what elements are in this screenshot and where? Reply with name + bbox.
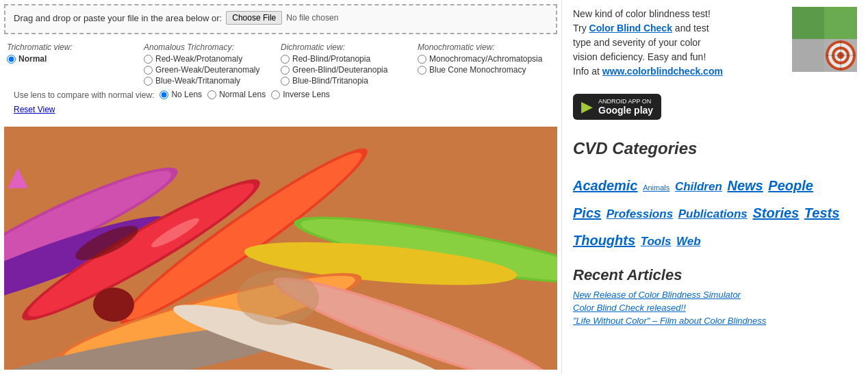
option-blue-blind[interactable]: Blue-Blind/Tritanopia [281,76,418,86]
option-red-weak-label: Red-Weak/Protanomaly [155,54,242,64]
main-image [4,127,557,370]
option-mono-label: Monochromacy/Achromatopsia [429,54,542,64]
svg-rect-24 [792,39,824,72]
upload-area: Drag and drop or paste your file in the … [4,4,557,34]
normal-lens-label: Normal Lens [219,90,266,99]
option-blue-cone-label: Blue Cone Monochromacy [429,65,526,75]
monochromatic-col: Monochromatic view: Monochromacy/Achroma… [418,42,554,87]
cvd-link-animals[interactable]: Animals [643,183,669,192]
cvd-links-container: Academic Animals Children News People Pi… [573,172,857,254]
recent-title: Recent Articles [573,266,857,284]
recent-article-0[interactable]: New Release of Color Blindness Simulator [573,290,857,300]
cvd-link-news[interactable]: News [727,178,763,193]
promo-text-block: New kind of color blindness test! Try Co… [573,7,784,84]
option-green-weak-label: Green-Weak/Deuteranomaly [155,65,260,75]
option-normal-lens[interactable]: Normal Lens [207,90,266,99]
option-mono[interactable]: Monochromacy/Achromatopsia [418,54,554,64]
option-red-blind-label: Red-Blind/Protanopia [292,54,370,64]
option-blue-weak[interactable]: Blue-Weak/Tritanomaly [144,76,281,86]
svg-point-18 [237,270,319,325]
trichromatic-col: Trichromatic view: Normal [7,42,144,87]
color-blind-check-link[interactable]: Color Blind Check [589,23,672,34]
left-panel: Drag and drop or paste your file in the … [0,0,561,374]
cvd-link-stories[interactable]: Stories [752,205,799,220]
reset-view-link[interactable]: Reset View [7,103,554,118]
inverse-lens-label: Inverse Lens [283,90,330,99]
promo-section: New kind of color blindness test! Try Co… [573,7,857,84]
recent-article-1[interactable]: Color Blind Check released!! [573,303,857,313]
lens-row: Use lens to compare with normal view: No… [7,87,554,103]
android-badge[interactable]: ▶ ANDROID APP ON Google play [573,94,661,120]
monochromatic-label: Monochromatic view: [418,42,554,52]
cvd-title: CVD Categories [573,132,857,165]
option-red-blind[interactable]: Red-Blind/Protanopia [281,54,418,64]
option-green-blind[interactable]: Green-Blind/Deuteranopia [281,65,418,75]
option-blue-weak-label: Blue-Weak/Tritanomaly [155,76,240,86]
option-normal[interactable]: Normal [7,54,144,64]
promo-line1: New kind of color blindness test! Try Co… [573,7,784,79]
option-inverse-lens[interactable]: Inverse Lens [271,90,330,99]
option-red-weak[interactable]: Red-Weak/Protanomaly [144,54,281,64]
cvd-link-tools[interactable]: Tools [641,235,672,248]
no-file-text: No file chosen [286,13,338,23]
target-graphic [792,7,857,72]
cvd-link-web[interactable]: Web [676,235,701,248]
choose-file-button[interactable]: Choose File [226,11,282,25]
dichromatic-col: Dichromatic view: Red-Blind/Protanopia G… [281,42,418,87]
recent-articles-section: Recent Articles New Release of Color Bli… [573,266,857,326]
option-green-weak[interactable]: Green-Weak/Deuteranomaly [144,65,281,75]
android-icon: ▶ [581,98,593,116]
trichromatic-label: Trichromatic view: [7,42,144,52]
lens-label: Use lens to compare with normal view: [14,90,154,100]
svg-rect-23 [824,7,857,39]
no-lens-label: No Lens [171,90,202,99]
target-svg [792,7,857,72]
cvd-categories-section: CVD Categories Academic Animals Children… [573,132,857,254]
svg-rect-22 [792,7,824,39]
colorblindcheck-site-link[interactable]: www.colorblindcheck.com [602,66,723,77]
recent-article-2[interactable]: "Life Without Color" – Film about Color … [573,316,857,326]
cvd-link-pics[interactable]: Pics [573,205,601,220]
option-normal-label: Normal [18,54,47,64]
drag-text: Drag and drop or paste your file in the … [14,13,222,23]
android-large-text: Google play [598,105,653,116]
cvd-link-children[interactable]: Children [675,180,722,193]
cvd-link-academic[interactable]: Academic [573,178,638,193]
svg-point-16 [93,288,134,322]
badge-text-block: ANDROID APP ON Google play [598,98,653,116]
cvd-link-publications[interactable]: Publications [678,207,748,220]
crayon-image [4,127,557,370]
cvd-link-tests[interactable]: Tests [804,205,840,220]
anomalous-label: Anomalous Trichromacy: [144,42,281,52]
cvd-link-people[interactable]: People [768,178,813,193]
dichromatic-label: Dichromatic view: [281,42,418,52]
option-blue-blind-label: Blue-Blind/Tritanopia [292,76,368,86]
option-no-lens[interactable]: No Lens [159,90,202,99]
right-panel: New kind of color blindness test! Try Co… [561,0,868,374]
anomalous-col: Anomalous Trichromacy: Red-Weak/Protanom… [144,42,281,87]
option-blue-cone[interactable]: Blue Cone Monochromacy [418,65,554,75]
cvd-link-professions[interactable]: Professions [607,207,673,220]
android-small-text: ANDROID APP ON [598,98,653,105]
options-area: Trichromatic view: Normal Anomalous Tric… [0,38,561,123]
option-green-blind-label: Green-Blind/Deuteranopia [292,65,387,75]
cvd-link-thoughts[interactable]: Thoughts [573,233,635,248]
